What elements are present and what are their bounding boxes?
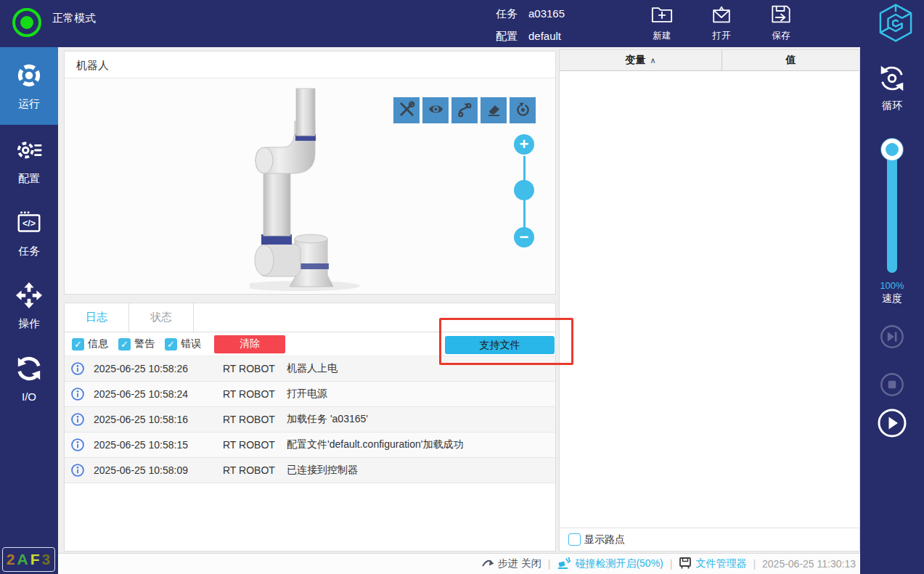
step-mode-label: 步进 关闭 xyxy=(498,557,541,570)
captcha-badge: 2 A F 3 xyxy=(2,547,55,572)
step-forward-button[interactable] xyxy=(878,323,906,353)
zoom-out-button[interactable]: − xyxy=(514,227,534,247)
config-label: 配置 xyxy=(496,25,518,47)
info-filter-label: 信息 xyxy=(88,337,108,350)
eraser-icon xyxy=(486,101,502,120)
path-button[interactable] xyxy=(451,97,478,123)
log-message: 机器人上电 xyxy=(287,362,338,375)
show-waypoints-row: 显示路点 xyxy=(560,528,859,551)
badge-char: 3 xyxy=(42,551,52,568)
file-manager-label: 文件管理器 xyxy=(695,557,746,570)
collision-detection-indicator[interactable]: 碰撞检测开启(50%) xyxy=(557,557,663,572)
sidebar-item-label: 运行 xyxy=(18,97,40,111)
separator: | xyxy=(548,558,551,570)
tab-log[interactable]: 日志 xyxy=(65,303,129,332)
sidebar-item-io[interactable]: I/O xyxy=(0,343,58,415)
sidebar-item-task[interactable]: </> 任务 xyxy=(0,197,58,270)
speed-slider-track[interactable] xyxy=(887,147,897,273)
clear-log-button[interactable]: 清除 xyxy=(214,335,285,353)
speed-slider-handle[interactable] xyxy=(881,139,903,160)
step-arrow-icon xyxy=(481,557,494,571)
variables-header: 变量 ∧ 值 xyxy=(560,50,859,71)
code-window-icon: </> xyxy=(15,209,43,239)
loop-label: 循环 xyxy=(882,99,902,112)
log-time: 2025-06-25 10:58:24 xyxy=(94,388,223,400)
log-row[interactable]: 2025-06-25 10:58:26 RT ROBOT 机器人上电 xyxy=(65,356,555,382)
robot-panel-title: 机器人 xyxy=(65,52,555,78)
eraser-button[interactable] xyxy=(481,97,507,123)
warning-filter-checkbox[interactable]: ✓ xyxy=(118,338,131,350)
log-row[interactable]: 2025-06-25 10:58:09 RT ROBOT 已连接到控制器 xyxy=(65,458,555,483)
error-filter-label: 错误 xyxy=(181,337,201,350)
log-row[interactable]: 2025-06-25 10:58:15 RT ROBOT 配置文件'defaul… xyxy=(65,432,555,458)
log-source: RT ROBOT xyxy=(223,414,287,425)
zoom-slider-handle[interactable] xyxy=(514,180,534,200)
column-label: 值 xyxy=(786,54,796,67)
sidebar-item-operate[interactable]: 操作 xyxy=(0,270,58,343)
log-row[interactable]: 2025-06-25 10:58:16 RT ROBOT 加载任务 'a0316… xyxy=(65,407,555,432)
stop-button[interactable] xyxy=(878,371,906,401)
error-filter-checkbox[interactable]: ✓ xyxy=(165,338,177,350)
show-waypoints-checkbox[interactable] xyxy=(568,533,581,546)
open-button[interactable]: 打开 xyxy=(700,4,743,42)
sidebar-item-label: 操作 xyxy=(18,317,40,331)
collision-icon xyxy=(557,557,571,572)
log-message: 打开电源 xyxy=(287,388,327,401)
robot-arm-model xyxy=(250,83,373,294)
warning-filter-label: 警告 xyxy=(134,337,155,350)
log-row[interactable]: 2025-06-25 10:58:24 RT ROBOT 打开电源 xyxy=(65,382,555,407)
info-filter-checkbox[interactable]: ✓ xyxy=(72,338,84,350)
sidebar-item-label: 任务 xyxy=(18,245,40,258)
rotate-button[interactable] xyxy=(510,97,536,123)
column-header-value[interactable]: 值 xyxy=(722,50,859,70)
badge-char: 2 xyxy=(7,551,16,568)
save-button[interactable]: 保存 xyxy=(760,4,802,42)
loop-icon xyxy=(877,63,907,97)
column-header-variable[interactable]: 变量 ∧ xyxy=(560,50,722,70)
tools-icon xyxy=(398,101,415,120)
visibility-button[interactable] xyxy=(422,97,449,123)
loop-mode-button[interactable]: 循环 xyxy=(877,63,907,112)
move-arrows-icon xyxy=(15,282,43,312)
task-config-info: 任务a03165 配置default xyxy=(496,2,565,47)
rotate-icon xyxy=(515,101,531,120)
play-button[interactable] xyxy=(876,407,908,442)
topbar: 正常模式 任务a03165 配置default 新建 打开 xyxy=(0,0,924,47)
zoom-in-button[interactable]: + xyxy=(514,134,534,155)
support-file-button[interactable]: 支持文件 xyxy=(445,336,555,354)
tools-button[interactable] xyxy=(393,97,420,123)
log-message: 已连接到控制器 xyxy=(287,464,358,477)
log-time: 2025-06-25 10:58:09 xyxy=(94,464,223,476)
tab-status[interactable]: 状态 xyxy=(129,303,194,332)
step-forward-icon xyxy=(878,340,906,353)
log-panel: 日志 状态 ✓ 信息 ✓ 警告 ✓ 错误 清除 支持文件 2025-06-25 … xyxy=(64,303,556,552)
log-tabstrip: 日志 状态 xyxy=(65,303,555,332)
new-button[interactable]: 新建 xyxy=(641,4,683,42)
save-button-label: 保存 xyxy=(772,30,790,42)
clock-timestamp: 2025-06-25 11:30:13 xyxy=(762,558,856,570)
log-source: RT ROBOT xyxy=(223,363,287,374)
view-toolbar xyxy=(393,97,536,123)
variables-panel: 变量 ∧ 值 显示路点 xyxy=(559,49,860,552)
separator: | xyxy=(753,558,756,570)
show-waypoints-label: 显示路点 xyxy=(584,533,625,546)
task-value: a03165 xyxy=(528,2,565,25)
step-mode-indicator[interactable]: 步进 关闭 xyxy=(481,557,541,571)
sidebar-item-config[interactable]: 配置 xyxy=(0,125,58,197)
log-message: 配置文件'default.configuration'加载成功 xyxy=(287,438,463,451)
sidebar-item-run[interactable]: 运行 xyxy=(0,47,58,125)
log-message: 加载任务 'a03165' xyxy=(287,413,368,426)
config-value: default xyxy=(528,25,561,47)
statusbar: 步进 关闭 | 碰撞检测开启(50%) | 文件管理器 xyxy=(58,553,860,574)
column-label: 变量 xyxy=(625,54,645,67)
log-time: 2025-06-25 10:58:16 xyxy=(94,414,223,425)
brand-logo-icon xyxy=(879,3,912,46)
info-icon xyxy=(70,463,85,477)
info-icon xyxy=(70,361,85,376)
file-manager-button[interactable]: 文件管理器 xyxy=(679,557,746,571)
badge-char: A xyxy=(17,551,29,568)
open-file-icon xyxy=(711,4,732,27)
drive-icon xyxy=(679,557,692,571)
right-sidebar: 循环 100% 速度 xyxy=(860,47,924,574)
robot-3d-view[interactable]: + − xyxy=(65,78,555,294)
